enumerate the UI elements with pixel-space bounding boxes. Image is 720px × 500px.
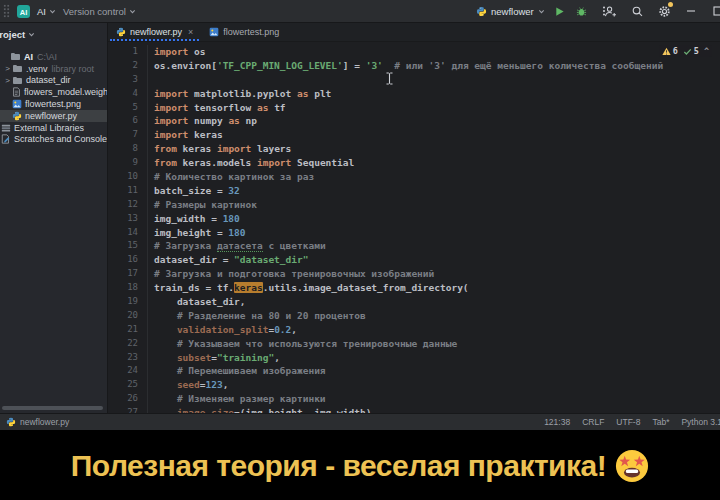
file-icon <box>12 87 21 97</box>
collapse-chevron-icon[interactable]: ^ <box>704 46 709 56</box>
code-line: 12# Размеры картинок <box>108 198 720 212</box>
line-number: 8 <box>108 142 148 156</box>
maximize-button[interactable] <box>711 4 720 18</box>
status-breadcrumb[interactable]: newflower.py <box>6 414 69 430</box>
chevron-right-icon[interactable]: > <box>3 64 12 73</box>
editor-area: newflower.py×flowertest.png 6 5 ^ 1impor… <box>108 23 720 413</box>
code-line: 7import keras <box>108 128 720 142</box>
tab-label: newflower.py <box>130 27 182 37</box>
scratch-icon <box>1 134 11 144</box>
status-widget[interactable]: UTF-8 <box>616 417 640 427</box>
line-number: 6 <box>108 114 148 128</box>
tree-item-external-libraries[interactable]: External Libraries <box>0 122 107 134</box>
code-line: 20 # Разделение на 80 и 20 процентов <box>108 309 720 323</box>
code-text: import os <box>148 45 206 59</box>
code-line: 2os.environ['TF_CPP_MIN_LOG_LEVEL'] = '3… <box>108 59 720 73</box>
line-number: 5 <box>108 101 148 115</box>
line-number: 14 <box>108 226 148 240</box>
code-line: 11batch_size = 32 <box>108 184 720 198</box>
chevron-right-icon[interactable]: > <box>3 76 12 85</box>
status-widget[interactable]: CRLF <box>582 417 604 427</box>
tree-item-label: dataset_dir <box>26 75 71 85</box>
code-text: import matplotlib.pyplot as plt <box>148 87 331 101</box>
title-bar: AI AI Version control newflower <box>0 0 720 23</box>
line-number: 4 <box>108 87 148 101</box>
line-number: 24 <box>108 364 148 378</box>
code-line: 15# Загрузка датасета с цветками <box>108 239 720 253</box>
line-number: 22 <box>108 337 148 351</box>
status-widget[interactable]: Python 3.12 ( <box>681 417 720 427</box>
code-text: img_height = 180 <box>148 226 246 240</box>
code-text: validation_split=0.2, <box>148 323 297 337</box>
settings-notification-badge <box>668 2 673 7</box>
tree-item-label: Scratches and Consoles <box>14 134 108 144</box>
horizontal-scrollbar[interactable] <box>2 406 103 410</box>
ide-window: AI AI Version control newflower <box>0 0 720 500</box>
code-line: 16dataset_dir = "dataset_dir" <box>108 253 720 267</box>
editor-tab-bar: newflower.py×flowertest.png <box>108 23 720 42</box>
lib-icon <box>1 123 11 133</box>
code-line: 8from keras import layers <box>108 142 720 156</box>
folder-icon <box>10 52 21 61</box>
code-text: from keras.models import Sequential <box>148 156 354 170</box>
line-number: 26 <box>108 392 148 406</box>
project-panel-header[interactable]: Project <box>0 23 107 43</box>
weak-warning-icon <box>683 47 692 56</box>
editor-tab-newflower-py[interactable]: newflower.py× <box>108 23 201 41</box>
editor-tab-flowertest-png[interactable]: flowertest.png <box>201 23 287 41</box>
line-number: 20 <box>108 309 148 323</box>
tree-item-ai[interactable]: AIC:\AI <box>0 51 107 63</box>
settings-gear-icon[interactable] <box>657 4 671 18</box>
line-number: 7 <box>108 128 148 142</box>
project-switcher[interactable]: AI <box>37 6 56 17</box>
line-number: 25 <box>108 378 148 392</box>
tree-item-dataset-dir[interactable]: >dataset_dir <box>0 75 107 87</box>
tree-item-newflower-py[interactable]: newflower.py <box>0 110 107 122</box>
line-number: 3 <box>108 73 148 87</box>
run-configuration-selector[interactable]: newflower <box>476 6 545 17</box>
code-editor[interactable]: 6 5 ^ 1import os2os.environ['TF_CPP_MIN_… <box>108 42 720 413</box>
line-number: 27 <box>108 406 148 413</box>
inspections-widget[interactable]: 6 5 ^ <box>659 45 712 57</box>
code-line: 13img_width = 180 <box>108 212 720 226</box>
run-button[interactable] <box>553 4 567 18</box>
tree-item-sublabel: library root <box>52 64 95 74</box>
status-widget[interactable]: 121:38 <box>544 417 570 427</box>
tree-item-flowertest-png[interactable]: flowertest.png <box>0 98 107 110</box>
code-text: # Указываем что используются тренировочн… <box>148 337 457 351</box>
search-icon[interactable] <box>630 4 644 18</box>
code-with-me-icon[interactable] <box>603 4 617 18</box>
line-number: 1 <box>108 45 148 59</box>
status-widget[interactable]: Tab* <box>652 417 669 427</box>
code-text: import numpy as np <box>148 114 257 128</box>
tab-label: flowertest.png <box>223 27 279 37</box>
tree-item-label: flowertest.png <box>25 99 81 109</box>
code-line: 25 seed=123, <box>108 378 720 392</box>
code-line: 26 # Изменяем размер картинки <box>108 392 720 406</box>
minimize-button[interactable] <box>684 4 698 18</box>
ai-assistant-icon[interactable]: AI <box>17 5 30 18</box>
python-icon <box>116 27 126 37</box>
line-number: 9 <box>108 156 148 170</box>
version-control-widget[interactable]: Version control <box>63 6 136 17</box>
code-line: 9from keras.models import Sequential <box>108 156 720 170</box>
tree-item--venv[interactable]: >.venvlibrary root <box>0 63 107 75</box>
debug-button[interactable] <box>575 4 589 18</box>
code-text: # Загрузка датасета с цветками <box>148 239 326 253</box>
warning-count: 6 <box>673 46 678 56</box>
line-number: 11 <box>108 184 148 198</box>
code-text: img_width = 180 <box>148 212 240 226</box>
weak-warning-count: 5 <box>694 46 699 56</box>
close-icon[interactable]: × <box>188 27 193 37</box>
line-number: 21 <box>108 323 148 337</box>
code-text: # Изменяем размер картинки <box>148 392 326 406</box>
tree-item-scratches-and-consoles[interactable]: Scratches and Consoles <box>0 134 107 146</box>
project-switcher-label: AI <box>37 6 46 17</box>
code-text: seed=123, <box>148 378 228 392</box>
code-line: 4import matplotlib.pyplot as plt <box>108 87 720 101</box>
tree-item-flowers-model-weights-h5[interactable]: flowers_model.weights.h5 <box>0 86 107 98</box>
run-configuration-label: newflower <box>491 6 534 17</box>
python-file-icon <box>6 417 16 427</box>
code-line: 27 image_size=(img_height, img_width), <box>108 406 720 413</box>
project-tool-window: Project AIC:\AI>.venvlibrary root>datase… <box>0 23 108 413</box>
